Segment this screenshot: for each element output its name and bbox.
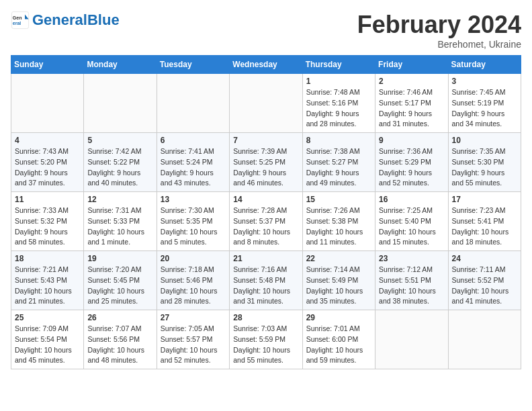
calendar-cell: 11Sunrise: 7:33 AM Sunset: 5:32 PM Dayli… — [11, 192, 84, 251]
day-number: 26 — [87, 313, 152, 322]
day-number: 10 — [452, 136, 517, 145]
calendar-table: SundayMondayTuesdayWednesdayThursdayFrid… — [11, 55, 521, 369]
day-number: 4 — [15, 136, 80, 145]
day-info: Sunrise: 7:35 AM Sunset: 5:30 PM Dayligh… — [452, 146, 517, 189]
calendar-cell: 22Sunrise: 7:14 AM Sunset: 5:49 PM Dayli… — [302, 251, 375, 310]
day-number: 25 — [15, 313, 80, 322]
svg-text:Gen: Gen — [13, 15, 22, 20]
day-number: 12 — [87, 195, 152, 204]
day-number: 27 — [161, 313, 226, 322]
day-number: 22 — [306, 254, 371, 263]
calendar-cell — [448, 310, 521, 369]
calendar-cell: 23Sunrise: 7:12 AM Sunset: 5:51 PM Dayli… — [375, 251, 448, 310]
month-year-title: February 2024 — [357, 11, 521, 39]
day-number: 28 — [233, 313, 298, 322]
calendar-body: 1Sunrise: 7:48 AM Sunset: 5:16 PM Daylig… — [11, 74, 521, 369]
calendar-cell: 17Sunrise: 7:23 AM Sunset: 5:41 PM Dayli… — [448, 192, 521, 251]
title-area: February 2024 Berehomet, Ukraine — [357, 11, 521, 50]
day-number: 3 — [452, 77, 517, 86]
calendar-cell: 21Sunrise: 7:16 AM Sunset: 5:48 PM Dayli… — [230, 251, 302, 310]
day-info: Sunrise: 7:07 AM Sunset: 5:56 PM Dayligh… — [87, 324, 152, 366]
svg-rect-0 — [11, 11, 28, 28]
calendar-cell: 4Sunrise: 7:43 AM Sunset: 5:20 PM Daylig… — [11, 133, 84, 192]
weekday-header-friday: Friday — [375, 56, 448, 74]
calendar-cell: 2Sunrise: 7:46 AM Sunset: 5:17 PM Daylig… — [375, 74, 448, 133]
day-number: 15 — [306, 195, 371, 204]
day-info: Sunrise: 7:14 AM Sunset: 5:49 PM Dayligh… — [306, 265, 371, 307]
day-number: 16 — [379, 195, 444, 204]
calendar-cell: 9Sunrise: 7:36 AM Sunset: 5:29 PM Daylig… — [375, 133, 448, 192]
calendar-week-row: 1Sunrise: 7:48 AM Sunset: 5:16 PM Daylig… — [11, 74, 521, 133]
day-info: Sunrise: 7:30 AM Sunset: 5:35 PM Dayligh… — [161, 205, 226, 248]
weekday-header-row: SundayMondayTuesdayWednesdayThursdayFrid… — [11, 56, 521, 74]
calendar-week-row: 25Sunrise: 7:09 AM Sunset: 5:54 PM Dayli… — [11, 310, 521, 369]
calendar-cell: 10Sunrise: 7:35 AM Sunset: 5:30 PM Dayli… — [448, 133, 521, 192]
calendar-cell: 14Sunrise: 7:28 AM Sunset: 5:37 PM Dayli… — [230, 192, 302, 251]
svg-text:eral: eral — [13, 21, 21, 26]
calendar-cell — [230, 74, 302, 133]
page-header: Gen eral GeneralBlue February 2024 Bereh… — [11, 11, 521, 50]
calendar-cell: 20Sunrise: 7:18 AM Sunset: 5:46 PM Dayli… — [157, 251, 229, 310]
calendar-cell: 13Sunrise: 7:30 AM Sunset: 5:35 PM Dayli… — [157, 192, 229, 251]
weekday-header-tuesday: Tuesday — [157, 56, 229, 74]
day-info: Sunrise: 7:28 AM Sunset: 5:37 PM Dayligh… — [233, 205, 298, 248]
day-info: Sunrise: 7:36 AM Sunset: 5:29 PM Dayligh… — [379, 146, 444, 189]
weekday-header-sunday: Sunday — [11, 56, 84, 74]
day-info: Sunrise: 7:20 AM Sunset: 5:45 PM Dayligh… — [87, 265, 152, 307]
calendar-cell: 8Sunrise: 7:38 AM Sunset: 5:27 PM Daylig… — [302, 133, 375, 192]
calendar-header: SundayMondayTuesdayWednesdayThursdayFrid… — [11, 56, 521, 74]
day-info: Sunrise: 7:25 AM Sunset: 5:40 PM Dayligh… — [379, 205, 444, 248]
calendar-cell: 6Sunrise: 7:41 AM Sunset: 5:24 PM Daylig… — [157, 133, 229, 192]
day-info: Sunrise: 7:11 AM Sunset: 5:52 PM Dayligh… — [452, 265, 517, 307]
day-info: Sunrise: 7:41 AM Sunset: 5:24 PM Dayligh… — [161, 146, 226, 189]
day-info: Sunrise: 7:21 AM Sunset: 5:43 PM Dayligh… — [15, 265, 80, 307]
day-number: 13 — [161, 195, 226, 204]
day-info: Sunrise: 7:45 AM Sunset: 5:19 PM Dayligh… — [452, 87, 517, 130]
calendar-cell — [157, 74, 229, 133]
day-number: 23 — [379, 254, 444, 263]
calendar-cell: 1Sunrise: 7:48 AM Sunset: 5:16 PM Daylig… — [302, 74, 375, 133]
day-number: 14 — [233, 195, 298, 204]
calendar-cell: 27Sunrise: 7:05 AM Sunset: 5:57 PM Dayli… — [157, 310, 229, 369]
logo: Gen eral GeneralBlue — [11, 11, 120, 30]
day-info: Sunrise: 7:01 AM Sunset: 6:00 PM Dayligh… — [306, 324, 371, 366]
day-info: Sunrise: 7:05 AM Sunset: 5:57 PM Dayligh… — [161, 324, 226, 366]
weekday-header-monday: Monday — [84, 56, 157, 74]
day-number: 8 — [306, 136, 371, 145]
day-number: 19 — [87, 254, 152, 263]
calendar-cell: 25Sunrise: 7:09 AM Sunset: 5:54 PM Dayli… — [11, 310, 84, 369]
day-info: Sunrise: 7:26 AM Sunset: 5:38 PM Dayligh… — [306, 205, 371, 248]
calendar-cell: 26Sunrise: 7:07 AM Sunset: 5:56 PM Dayli… — [84, 310, 157, 369]
day-info: Sunrise: 7:18 AM Sunset: 5:46 PM Dayligh… — [161, 265, 226, 307]
location-subtitle: Berehomet, Ukraine — [357, 39, 521, 50]
calendar-week-row: 18Sunrise: 7:21 AM Sunset: 5:43 PM Dayli… — [11, 251, 521, 310]
day-info: Sunrise: 7:31 AM Sunset: 5:33 PM Dayligh… — [87, 205, 152, 248]
day-number: 11 — [15, 195, 80, 204]
day-number: 18 — [15, 254, 80, 263]
calendar-week-row: 11Sunrise: 7:33 AM Sunset: 5:32 PM Dayli… — [11, 192, 521, 251]
day-info: Sunrise: 7:39 AM Sunset: 5:25 PM Dayligh… — [233, 146, 298, 189]
day-number: 6 — [161, 136, 226, 145]
calendar-cell: 7Sunrise: 7:39 AM Sunset: 5:25 PM Daylig… — [230, 133, 302, 192]
day-number: 5 — [87, 136, 152, 145]
day-info: Sunrise: 7:16 AM Sunset: 5:48 PM Dayligh… — [233, 265, 298, 307]
calendar-week-row: 4Sunrise: 7:43 AM Sunset: 5:20 PM Daylig… — [11, 133, 521, 192]
day-info: Sunrise: 7:09 AM Sunset: 5:54 PM Dayligh… — [15, 324, 80, 366]
weekday-header-thursday: Thursday — [302, 56, 375, 74]
calendar-cell: 12Sunrise: 7:31 AM Sunset: 5:33 PM Dayli… — [84, 192, 157, 251]
calendar-cell: 19Sunrise: 7:20 AM Sunset: 5:45 PM Dayli… — [84, 251, 157, 310]
calendar-cell: 5Sunrise: 7:42 AM Sunset: 5:22 PM Daylig… — [84, 133, 157, 192]
day-info: Sunrise: 7:23 AM Sunset: 5:41 PM Dayligh… — [452, 205, 517, 248]
weekday-header-saturday: Saturday — [448, 56, 521, 74]
weekday-header-wednesday: Wednesday — [230, 56, 302, 74]
day-number: 24 — [452, 254, 517, 263]
day-number: 20 — [161, 254, 226, 263]
calendar-cell: 24Sunrise: 7:11 AM Sunset: 5:52 PM Dayli… — [448, 251, 521, 310]
day-number: 21 — [233, 254, 298, 263]
logo-icon: Gen eral — [11, 11, 30, 30]
day-info: Sunrise: 7:12 AM Sunset: 5:51 PM Dayligh… — [379, 265, 444, 307]
calendar-cell — [84, 74, 157, 133]
day-info: Sunrise: 7:46 AM Sunset: 5:17 PM Dayligh… — [379, 87, 444, 130]
day-number: 1 — [306, 77, 371, 86]
day-number: 2 — [379, 77, 444, 86]
